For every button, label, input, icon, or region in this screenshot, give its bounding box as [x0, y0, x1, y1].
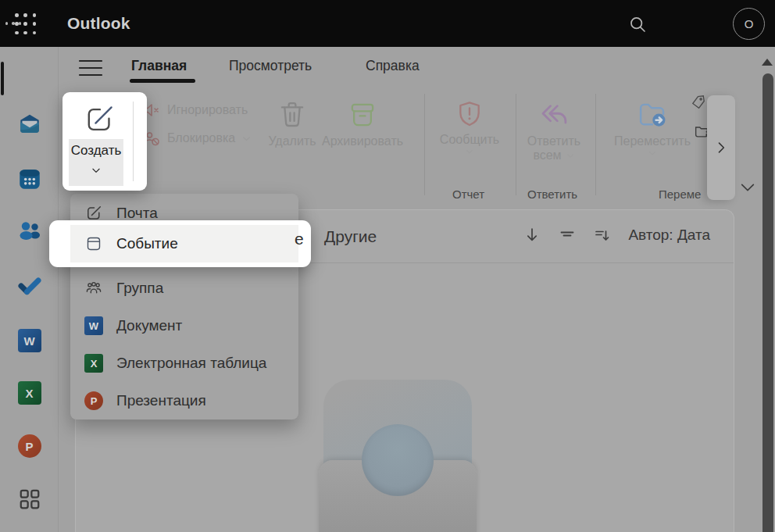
account-avatar[interactable]: O	[733, 8, 765, 40]
menu-item-label: Группа	[116, 280, 163, 297]
collapse-ribbon-button[interactable]	[739, 181, 756, 194]
archive-button[interactable]: Архивировать	[312, 98, 413, 148]
ribbon-tabs-row: Главная Просмотреть Справка	[59, 47, 775, 87]
excel-icon: X	[84, 354, 103, 373]
event-calendar-icon	[84, 234, 103, 253]
active-tab-underline	[130, 79, 195, 83]
move-to-folder-icon	[634, 98, 670, 131]
report-button[interactable]: Сообщить	[432, 98, 507, 156]
sidebar-item-excel[interactable]: X	[0, 381, 59, 405]
event-menu-item-spotlight: Событие е	[49, 220, 311, 267]
menu-item-label: Событие	[116, 235, 178, 252]
inbox-art-notch	[362, 424, 434, 496]
tab-other-mail[interactable]: Другие	[324, 227, 377, 246]
menu-item-presentation[interactable]: P Презентация	[70, 382, 298, 420]
sidebar-item-more-apps[interactable]	[0, 487, 59, 511]
calendar-icon	[16, 166, 43, 192]
trash-icon	[276, 98, 309, 131]
block-label: Блокировка	[167, 131, 235, 145]
create-label: Создать	[71, 143, 122, 159]
ribbon-divider	[595, 94, 596, 195]
chevron-down-icon	[739, 181, 756, 194]
menu-item-label: Презентация	[116, 392, 206, 409]
archive-icon	[346, 98, 379, 131]
app-launcher-icon[interactable]	[13, 12, 38, 37]
menu-item-label: Электронная таблица	[116, 355, 266, 372]
compose-icon	[82, 102, 116, 137]
reply-all-icon	[537, 98, 571, 131]
sidebar-item-mail[interactable]	[0, 111, 59, 137]
chevron-right-icon	[713, 140, 729, 155]
chevron-down-icon	[566, 152, 575, 160]
people-icon	[16, 217, 44, 245]
move-button[interactable]: Переместить	[605, 98, 699, 158]
more-apps-icon	[18, 487, 41, 511]
sidebar-item-todo[interactable]	[0, 271, 59, 298]
word-icon: W	[18, 329, 41, 352]
app-title: Outlook	[67, 0, 130, 47]
reply-all-label-line1: Ответить	[527, 134, 580, 148]
chevron-down-icon	[241, 134, 252, 144]
focused-tab-fragment: е	[295, 230, 304, 248]
group-label-reply: Ответить	[527, 187, 577, 201]
delete-label: Удалить	[268, 134, 316, 148]
sidebar-item-powerpoint[interactable]: P	[0, 434, 59, 458]
filter-icon[interactable]	[558, 226, 577, 245]
menu-item-group[interactable]: Группа	[70, 270, 298, 307]
tag-icon	[689, 93, 709, 112]
tab-home[interactable]: Главная	[131, 58, 187, 74]
reply-all-label-line2: всем	[533, 148, 574, 162]
sort-by-label[interactable]: Автор: Дата	[628, 227, 710, 244]
ribbon-command-strip: Игнорировать Блокировка Удалить	[59, 87, 775, 203]
top-app-bar: Outlook O	[0, 0, 775, 47]
todo-check-icon	[16, 271, 43, 298]
chevron-down-icon	[464, 147, 475, 156]
chevron-down-icon	[647, 148, 658, 158]
left-app-rail: W X P	[0, 47, 59, 532]
ribbon-divider	[133, 102, 134, 181]
selected-app-indicator	[1, 62, 4, 95]
search-icon[interactable]	[627, 14, 648, 34]
scrollbar-up-arrow[interactable]	[762, 59, 773, 66]
scrollbar-thumb[interactable]	[762, 73, 773, 532]
ignore-label: Игнорировать	[167, 103, 248, 117]
ribbon-overflow-button[interactable]	[707, 95, 735, 200]
hamburger-menu-icon[interactable]	[78, 59, 103, 77]
outlook-window: Outlook O	[0, 0, 775, 532]
shield-alert-icon	[454, 98, 485, 130]
create-button[interactable]: Создать	[69, 139, 123, 186]
ribbon-divider	[424, 94, 425, 195]
tab-help[interactable]: Справка	[366, 58, 420, 74]
menu-item-label: Документ	[116, 317, 182, 334]
arrow-down-icon[interactable]	[523, 226, 541, 245]
move-label: Переместить	[614, 134, 691, 148]
ignore-button[interactable]: Игнорировать	[142, 101, 248, 120]
chevron-down-icon	[90, 165, 102, 176]
block-button[interactable]: Блокировка	[142, 129, 252, 148]
empty-inbox-illustration	[319, 380, 477, 532]
powerpoint-icon: P	[18, 434, 41, 458]
group-label-report: Отчет	[452, 187, 484, 201]
report-label: Сообщить	[440, 133, 499, 147]
archive-label: Архивировать	[322, 134, 403, 148]
sort-controls: Автор: Дата	[523, 226, 710, 245]
menu-item-document[interactable]: W Документ	[70, 307, 298, 345]
powerpoint-icon: P	[84, 391, 103, 410]
sort-order-icon[interactable]	[593, 226, 612, 245]
menu-item-label: Почта	[116, 205, 158, 222]
create-button-spotlight: Создать	[62, 92, 147, 191]
mail-icon	[16, 111, 43, 137]
sidebar-item-word[interactable]: W	[0, 329, 59, 352]
excel-icon: X	[18, 381, 41, 405]
menu-item-event[interactable]: Событие	[70, 225, 298, 262]
group-icon	[84, 279, 103, 298]
sidebar-item-calendar[interactable]	[0, 166, 59, 192]
group-label-move: Переме	[659, 187, 701, 201]
menu-item-spreadsheet[interactable]: X Электронная таблица	[70, 345, 298, 382]
word-icon: W	[84, 316, 103, 335]
tab-view[interactable]: Просмотреть	[229, 58, 312, 74]
reply-all-button[interactable]: Ответить всем	[516, 98, 591, 162]
